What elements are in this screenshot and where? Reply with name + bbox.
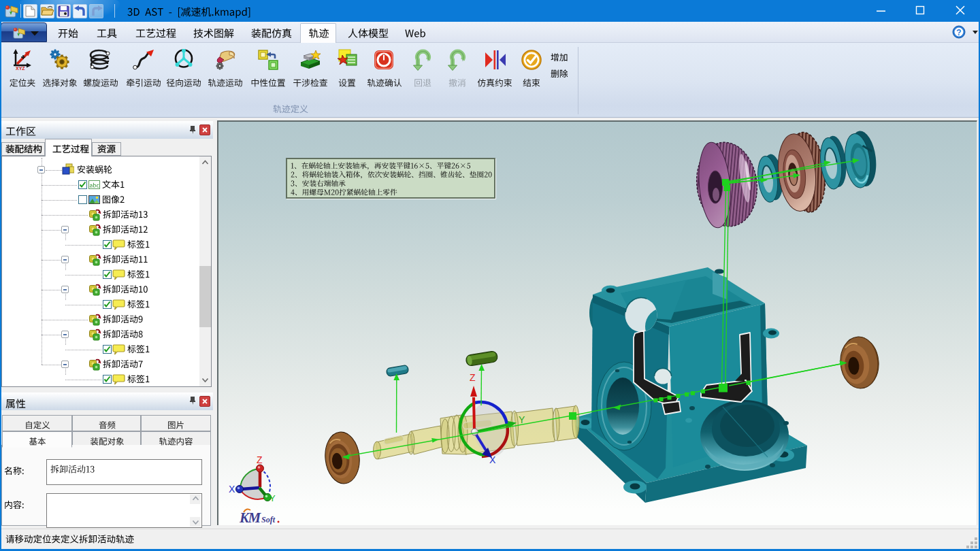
svg-text:Soft: Soft [261, 515, 276, 524]
svg-text:Z: Z [257, 454, 263, 465]
svg-text:X: X [229, 484, 235, 495]
svg-text:Y: Y [270, 493, 276, 503]
svg-text:X: X [489, 454, 496, 465]
svg-text:Z: Z [470, 372, 476, 383]
svg-text:XYZ: XYZ [16, 66, 25, 71]
svg-text:KM: KM [239, 510, 262, 525]
svg-text:Y: Y [519, 414, 525, 425]
svg-text:?: ? [956, 28, 961, 37]
